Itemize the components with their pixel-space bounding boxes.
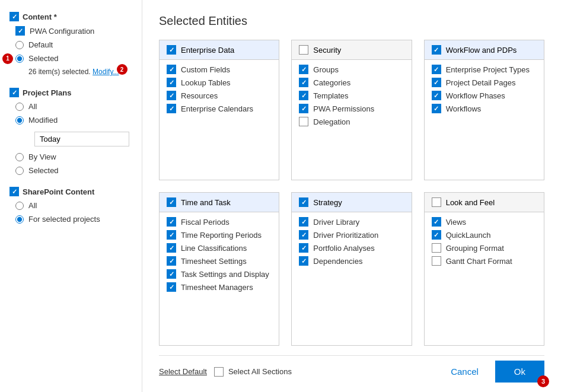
item-checkbox[interactable]	[299, 243, 308, 253]
item-label: Timesheet Settings	[181, 257, 247, 266]
entity-header-checkbox-security[interactable]	[299, 45, 308, 55]
by-view-label: By View	[28, 152, 56, 161]
entity-item[interactable]: Fiscal Periods	[167, 217, 272, 227]
entity-header-checkbox-workflow-pdps[interactable]	[432, 45, 441, 55]
entity-header-label-look-and-feel: Look and Feel	[446, 198, 495, 207]
entity-item[interactable]: Workflows	[432, 104, 537, 113]
item-checkbox[interactable]	[167, 243, 176, 253]
item-checkbox[interactable]	[299, 65, 308, 74]
selected-radio-item[interactable]: 1 Selected	[15, 54, 132, 63]
entity-item[interactable]: Grouping Format	[432, 243, 537, 253]
entity-item[interactable]: Categories	[299, 78, 404, 87]
entity-item[interactable]: Resources	[167, 91, 272, 100]
item-checkbox[interactable]	[299, 217, 308, 227]
entity-item[interactable]: Templates	[299, 91, 404, 100]
content-checkbox[interactable]	[9, 12, 19, 21]
entity-item[interactable]: Timesheet Settings	[167, 256, 272, 266]
item-checkbox[interactable]	[167, 104, 176, 113]
entity-item[interactable]: Workflow Phases	[432, 91, 537, 100]
entity-item[interactable]: Line Classifications	[167, 243, 272, 253]
entity-item[interactable]: PWA Permissions	[299, 104, 404, 113]
default-radio-item[interactable]: Default	[15, 40, 132, 49]
entity-header-checkbox-strategy[interactable]	[299, 197, 308, 207]
item-checkbox[interactable]	[299, 91, 308, 100]
entity-item[interactable]: Enterprise Calendars	[167, 104, 272, 113]
default-radio[interactable]	[15, 41, 24, 49]
pwa-config-checkbox[interactable]	[15, 26, 25, 36]
entity-item[interactable]: Delegation	[299, 117, 404, 126]
item-checkbox[interactable]	[299, 117, 308, 126]
entity-item[interactable]: Driver Library	[299, 217, 404, 227]
item-checkbox[interactable]	[299, 78, 308, 87]
entity-header-strategy[interactable]: Strategy	[292, 193, 411, 212]
entity-header-security[interactable]: Security	[292, 40, 411, 60]
item-checkbox[interactable]	[167, 256, 176, 266]
entity-item[interactable]: Dependencies	[299, 256, 404, 266]
modified-radio-item[interactable]: Modified	[15, 116, 132, 125]
item-checkbox[interactable]	[167, 65, 176, 74]
item-checkbox[interactable]	[167, 217, 176, 227]
entity-item[interactable]: Custom Fields	[167, 65, 272, 74]
item-checkbox[interactable]	[432, 104, 441, 113]
sharepoint-checkbox[interactable]	[9, 187, 19, 196]
item-checkbox[interactable]	[432, 78, 441, 87]
entity-header-look-and-feel[interactable]: Look and Feel	[425, 193, 544, 212]
entity-item[interactable]: Project Detail Pages	[432, 78, 537, 87]
entity-header-workflow-pdps[interactable]: WorkFlow and PDPs	[425, 40, 544, 60]
entity-header-time-and-task[interactable]: Time and Task	[160, 193, 279, 212]
item-checkbox[interactable]	[432, 256, 441, 266]
cancel-button[interactable]: Cancel	[441, 362, 488, 381]
item-checkbox[interactable]	[432, 65, 441, 74]
selected-pp-radio-item[interactable]: Selected	[15, 166, 132, 175]
project-plans-checkbox[interactable]	[9, 88, 19, 97]
select-all-checkbox[interactable]	[214, 367, 224, 377]
entity-header-label-enterprise-data: Enterprise Data	[181, 46, 234, 55]
item-checkbox[interactable]	[167, 269, 176, 279]
entity-group-time-and-task: Time and TaskFiscal PeriodsTime Reportin…	[159, 192, 279, 346]
sp-selected-radio-item[interactable]: For selected projects	[15, 215, 132, 224]
item-checkbox[interactable]	[167, 78, 176, 87]
selected-pp-radio[interactable]	[15, 167, 24, 175]
select-default-link[interactable]: Select Default	[159, 367, 207, 376]
all-radio[interactable]	[15, 103, 24, 111]
item-checkbox[interactable]	[167, 91, 176, 100]
sp-selected-radio[interactable]	[15, 215, 24, 224]
entity-header-checkbox-time-and-task[interactable]	[167, 197, 176, 207]
item-checkbox[interactable]	[432, 217, 441, 227]
item-checkbox[interactable]	[299, 104, 308, 113]
entity-header-enterprise-data[interactable]: Enterprise Data	[160, 40, 279, 60]
all-radio-item[interactable]: All	[15, 102, 132, 111]
item-checkbox[interactable]	[432, 230, 441, 240]
modify-link[interactable]: Modify...	[93, 68, 119, 76]
item-checkbox[interactable]	[167, 282, 176, 292]
modified-radio[interactable]	[15, 116, 24, 125]
by-view-radio[interactable]	[15, 153, 24, 161]
entity-item[interactable]: Time Reporting Periods	[167, 230, 272, 240]
entity-item[interactable]: QuickLaunch	[432, 230, 537, 240]
ok-button[interactable]: Ok 3	[495, 361, 544, 383]
entity-item[interactable]: Views	[432, 217, 537, 227]
sp-all-radio[interactable]	[15, 202, 24, 210]
sp-all-radio-item[interactable]: All	[15, 201, 132, 210]
date-input[interactable]	[34, 132, 129, 146]
entity-item[interactable]: Gantt Chart Format	[432, 256, 537, 266]
item-checkbox[interactable]	[432, 91, 441, 100]
entity-header-checkbox-enterprise-data[interactable]	[167, 45, 176, 55]
entity-item[interactable]: Groups	[299, 65, 404, 74]
entity-item[interactable]: Driver Prioritization	[299, 230, 404, 240]
by-view-radio-item[interactable]: By View	[15, 152, 132, 161]
entity-item[interactable]: Task Settings and Display	[167, 269, 272, 279]
entity-item[interactable]: Enterprise Project Types	[432, 65, 537, 74]
item-checkbox[interactable]	[167, 230, 176, 240]
select-all-label[interactable]: Select All Sections	[214, 367, 292, 377]
entity-item[interactable]: Lookup Tables	[167, 78, 272, 87]
item-checkbox[interactable]	[299, 256, 308, 266]
content-label-text: Content *	[23, 12, 57, 21]
entity-header-checkbox-look-and-feel[interactable]	[432, 197, 441, 207]
entity-item[interactable]: Portfolio Analyses	[299, 243, 404, 253]
selected-radio[interactable]	[15, 55, 24, 63]
entity-item[interactable]: Timesheet Managers	[167, 282, 272, 292]
item-checkbox[interactable]	[432, 243, 441, 253]
dialog: Selected Entities Enterprise DataCustom …	[142, 0, 561, 392]
item-checkbox[interactable]	[299, 230, 308, 240]
